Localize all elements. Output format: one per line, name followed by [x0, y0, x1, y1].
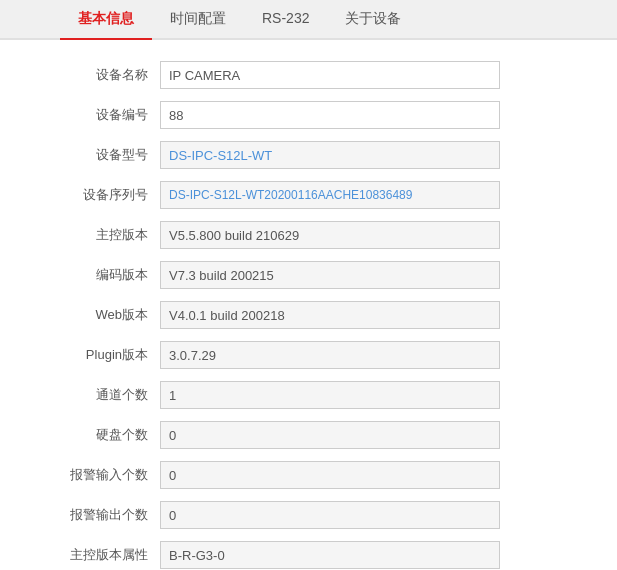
value-plugin-version: 3.0.7.29: [160, 341, 500, 369]
value-serial-number: DS-IPC-S12L-WT20200116AACHE10836489: [160, 181, 500, 209]
field-main-attr: 主控版本属性 B-R-G3-0: [30, 540, 587, 570]
label-serial-number: 设备序列号: [30, 186, 160, 204]
field-web-version: Web版本 V4.0.1 build 200218: [30, 300, 587, 330]
label-encode-version: 编码版本: [30, 266, 160, 284]
value-hdd-count: 0: [160, 421, 500, 449]
field-main-version: 主控版本 V5.5.800 build 210629: [30, 220, 587, 250]
content-area: 设备名称 设备编号 设备型号 DS-IPC-S12L-WT 设备序列号 DS-I…: [0, 40, 617, 570]
label-channel-count: 通道个数: [30, 386, 160, 404]
label-main-attr: 主控版本属性: [30, 546, 160, 564]
value-main-attr: B-R-G3-0: [160, 541, 500, 569]
value-device-model: DS-IPC-S12L-WT: [160, 141, 500, 169]
field-alarm-output-count: 报警输出个数 0: [30, 500, 587, 530]
value-channel-count: 1: [160, 381, 500, 409]
value-alarm-input-count: 0: [160, 461, 500, 489]
field-device-id: 设备编号: [30, 100, 587, 130]
field-alarm-input-count: 报警输入个数 0: [30, 460, 587, 490]
field-encode-version: 编码版本 V7.3 build 200215: [30, 260, 587, 290]
field-device-name: 设备名称: [30, 60, 587, 90]
field-serial-number: 设备序列号 DS-IPC-S12L-WT20200116AACHE1083648…: [30, 180, 587, 210]
tab-rs232[interactable]: RS-232: [244, 0, 327, 40]
label-alarm-output-count: 报警输出个数: [30, 506, 160, 524]
label-hdd-count: 硬盘个数: [30, 426, 160, 444]
tab-time[interactable]: 时间配置: [152, 0, 244, 40]
tab-bar: 基本信息 时间配置 RS-232 关于设备: [0, 0, 617, 40]
label-device-id: 设备编号: [30, 106, 160, 124]
label-main-version: 主控版本: [30, 226, 160, 244]
value-web-version: V4.0.1 build 200218: [160, 301, 500, 329]
page-container: 基本信息 时间配置 RS-232 关于设备 设备名称 设备编号 设备型号 DS-…: [0, 0, 617, 570]
input-device-name[interactable]: [160, 61, 500, 89]
tab-basic[interactable]: 基本信息: [60, 0, 152, 40]
value-encode-version: V7.3 build 200215: [160, 261, 500, 289]
field-plugin-version: Plugin版本 3.0.7.29: [30, 340, 587, 370]
field-channel-count: 通道个数 1: [30, 380, 587, 410]
label-device-name: 设备名称: [30, 66, 160, 84]
value-main-version: V5.5.800 build 210629: [160, 221, 500, 249]
field-hdd-count: 硬盘个数 0: [30, 420, 587, 450]
label-alarm-input-count: 报警输入个数: [30, 466, 160, 484]
label-plugin-version: Plugin版本: [30, 346, 160, 364]
input-device-id[interactable]: [160, 101, 500, 129]
value-alarm-output-count: 0: [160, 501, 500, 529]
tab-about[interactable]: 关于设备: [327, 0, 419, 40]
field-device-model: 设备型号 DS-IPC-S12L-WT: [30, 140, 587, 170]
label-device-model: 设备型号: [30, 146, 160, 164]
label-web-version: Web版本: [30, 306, 160, 324]
